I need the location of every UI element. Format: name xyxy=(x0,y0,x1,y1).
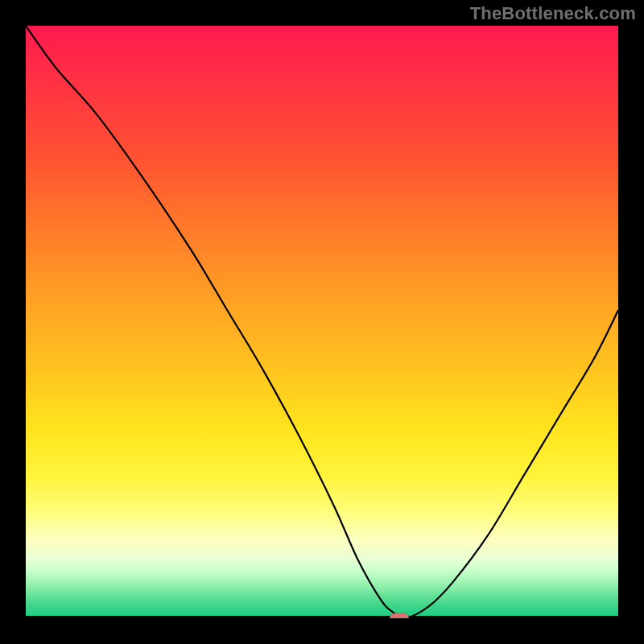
chart-frame: TheBottleneck.com xyxy=(0,0,644,644)
plot-area xyxy=(26,26,618,618)
curve-layer xyxy=(26,26,618,618)
bottleneck-curve xyxy=(26,26,618,618)
bottleneck-marker xyxy=(390,613,409,618)
x-axis xyxy=(26,616,618,618)
watermark-label: TheBottleneck.com xyxy=(470,3,636,24)
